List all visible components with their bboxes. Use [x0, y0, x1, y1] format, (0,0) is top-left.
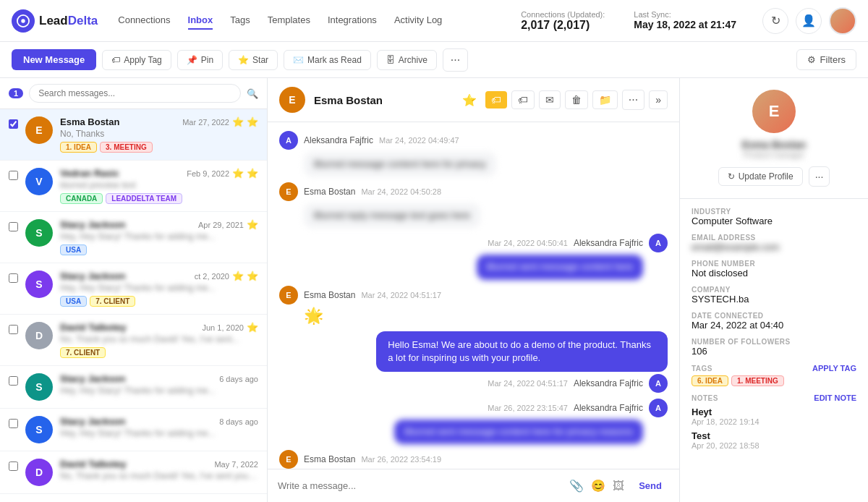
nav-connections[interactable]: Connections	[118, 12, 170, 30]
message-tags: USA 7. CLIENT	[60, 296, 258, 307]
filters-button[interactable]: ⚙ Filters	[796, 49, 856, 70]
archive-icon: 🗄	[386, 55, 395, 65]
more-button[interactable]: ···	[443, 48, 468, 72]
profile-more-button[interactable]: ···	[809, 166, 830, 187]
sender-name: Stacy Jackson	[60, 271, 125, 281]
pin-icon: 📌	[187, 55, 197, 65]
phone-detail: PHONE NUMBER Not disclosed	[692, 260, 856, 278]
update-profile-button[interactable]: ↻ Update Profile	[718, 167, 803, 186]
add-user-button[interactable]: 👤	[796, 8, 822, 34]
list-item[interactable]: S Stacy Jackson ct 2, 2020 ⭐ ⭐ Hey, Hey …	[0, 263, 267, 315]
emoji-icon[interactable]: 😊	[591, 479, 605, 493]
message-preview: Hey, Hey Stacy! Thanks for adding me...	[60, 428, 258, 438]
message-preview: No, Thank you so much David! Yes, I've s…	[60, 471, 258, 481]
followers-label: NUMBER OF FOLLOWERS	[692, 338, 856, 346]
nav-templates[interactable]: Templates	[268, 12, 310, 30]
star-icon: ⭐	[247, 168, 258, 179]
logo: LeadDelta	[12, 9, 98, 33]
edit-note-link[interactable]: EDIT NOTE	[814, 393, 856, 402]
message-checkbox[interactable]	[9, 171, 18, 180]
profile-details: INDUSTRY Computer Software EMAIL ADDRESS…	[680, 199, 868, 459]
star-action-btn[interactable]: ⭐	[458, 90, 481, 110]
search-input[interactable]	[29, 84, 241, 103]
nav-tags[interactable]: Tags	[230, 12, 250, 30]
more-action-btn[interactable]: ···	[622, 90, 644, 110]
message-checkbox[interactable]	[9, 419, 18, 428]
mail-action-btn[interactable]: ✉	[539, 90, 561, 109]
message-content: David Talbotey Jun 1, 2020 ⭐ No, Thank y…	[60, 322, 258, 358]
chat-contact-name: Esma Bostan	[314, 94, 383, 106]
message-checkbox[interactable]	[9, 119, 18, 129]
attachment-icon[interactable]: 📎	[569, 479, 584, 493]
message-input[interactable]	[278, 480, 562, 491]
sender-avatar: A	[649, 399, 668, 417]
message-bubble: Blurred sent message content here	[477, 255, 643, 279]
star-button[interactable]: ⭐ Star	[229, 50, 278, 70]
message-time: Mar 24, 2022 04:50:28	[361, 187, 441, 196]
sender-name: Stacy Jackson	[60, 416, 125, 427]
delete-action-btn[interactable]: 🗑	[565, 90, 588, 109]
center-panel: E Esma Bostan ⭐ 🏷 🏷 ✉ 🗑 📁 ··· » A Aleksa…	[268, 78, 680, 502]
sender-name: David Talbotey	[60, 459, 127, 469]
nav-inbox[interactable]: Inbox	[188, 12, 213, 30]
expand-action-btn[interactable]: »	[649, 90, 668, 109]
image-icon[interactable]: 🖼	[613, 480, 624, 493]
sender-name: Esma Bostan	[60, 116, 119, 127]
chat-header: E Esma Bostan ⭐ 🏷 🏷 ✉ 🗑 📁 ··· »	[268, 78, 679, 122]
pin-button[interactable]: 📌 Pin	[177, 50, 223, 70]
sender-name: Vedran Rasic	[60, 168, 119, 179]
profile-avatar: E	[752, 90, 796, 133]
list-item[interactable]: V Vedran Rasic Feb 9, 2022 ⭐ ⭐ blurred p…	[0, 161, 267, 212]
sender-avatar: E	[279, 182, 298, 201]
message-checkbox[interactable]	[9, 461, 18, 471]
industry-detail: INDUSTRY Computer Software	[692, 208, 856, 226]
mark-as-read-button[interactable]: ✉️ Mark as Read	[284, 50, 371, 70]
list-item[interactable]: D David Talbotey Jun 1, 2020 ⭐ No, Thank…	[0, 315, 267, 366]
message-checkbox[interactable]	[9, 325, 18, 334]
message-row: E Esma Bostan Mar 26, 2022 23:54:19 🌟	[279, 450, 668, 469]
sender-name: Aleksandra Fajfric	[574, 378, 643, 388]
message-row: Mar 26, 2022 23:15:47 Aleksandra Fajfric…	[279, 399, 668, 444]
industry-value: Computer Software	[692, 216, 856, 226]
archive-button[interactable]: 🗄 Archive	[377, 50, 437, 70]
list-item[interactable]: S Stacy Jackson Apr 29, 2021 ⭐ Hey, Hey …	[0, 212, 267, 263]
message-checkbox[interactable]	[9, 376, 18, 386]
industry-label: INDUSTRY	[692, 208, 856, 216]
nav-integrations[interactable]: Integrations	[328, 12, 377, 30]
company-detail: COMPANY SYSTECH.ba	[692, 286, 856, 305]
tag-action-btn[interactable]: 🏷	[485, 91, 507, 109]
send-button[interactable]: Send	[631, 477, 669, 495]
search-bar: 1 🔍	[0, 78, 267, 109]
sender-avatar: A	[649, 234, 668, 252]
envelope-icon: ✉️	[293, 55, 304, 65]
message-checkbox[interactable]	[9, 273, 18, 283]
archive-action-btn[interactable]: 📁	[592, 90, 618, 109]
message-preview: blurred preview text	[60, 180, 258, 190]
message-bubble: Blurred reply message text goes here	[304, 203, 480, 228]
date-connected-detail: DATE CONNECTED Mar 24, 2022 at 04:40	[692, 312, 856, 331]
sender-name: Stacy Jackson	[60, 373, 125, 384]
new-message-button[interactable]: New Message	[12, 49, 96, 70]
sender-avatar: A	[649, 374, 668, 393]
message-tags: 7. CLIENT	[60, 347, 258, 358]
sync-value: May 18, 2022 at 21:47	[634, 19, 736, 30]
apply-tag-button[interactable]: 🏷 Apply Tag	[102, 50, 171, 70]
list-item[interactable]: E Esma Bostan Mar 27, 2022 ⭐ ⭐ No, Thank…	[0, 109, 267, 161]
star-icon: ⭐	[247, 271, 258, 281]
list-item[interactable]: S Stacy Jackson 6 days ago Hey, Hey Stac…	[0, 366, 267, 409]
label-action-btn[interactable]: 🏷	[511, 90, 535, 109]
star-icon: ⭐	[238, 55, 249, 65]
profile-tag-meeting: 1. MEETING	[731, 375, 784, 386]
list-item[interactable]: S Stacy Jackson 8 days ago Hey, Hey Stac…	[0, 409, 267, 451]
refresh-button[interactable]: ↻	[762, 8, 788, 34]
apply-tag-link[interactable]: APPLY TAG	[812, 364, 856, 373]
nav-activity-log[interactable]: Activity Log	[394, 12, 442, 30]
list-item[interactable]: D David Talbotey May 7, 2022 No, Thank y…	[0, 451, 267, 494]
email-label: EMAIL ADDRESS	[692, 234, 856, 242]
message-checkbox[interactable]	[9, 222, 18, 231]
toolbar: New Message 🏷 Apply Tag 📌 Pin ⭐ Star ✉️ …	[0, 42, 868, 78]
notes-label: NOTES	[692, 394, 718, 402]
user-avatar[interactable]	[829, 7, 856, 35]
message-content: Stacy Jackson ct 2, 2020 ⭐ ⭐ Hey, Hey St…	[60, 271, 258, 307]
note-block-1: Heyt Apr 18, 2022 19:14	[692, 407, 856, 426]
